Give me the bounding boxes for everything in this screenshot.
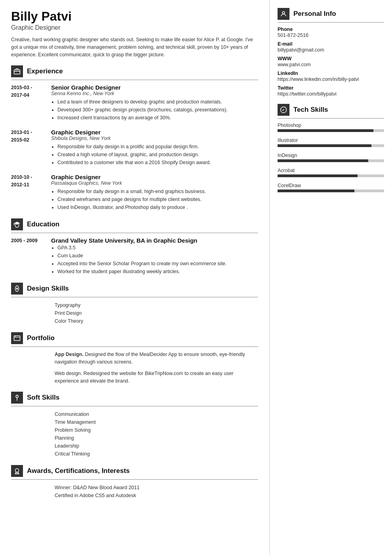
exp-company: Shibula Designs, New York	[51, 136, 258, 141]
edu-bullet: Cum Laude	[57, 252, 258, 260]
design-skills-title: Design Skills	[27, 285, 69, 293]
tech-skill-bar-container: Illustrator	[278, 138, 384, 147]
portfolio-entry: App Design. Designed the flow of the Mea…	[55, 351, 258, 366]
experience-title: Experience	[27, 67, 63, 75]
education-title: Education	[27, 220, 59, 228]
tech-skill-bar-bg	[278, 159, 384, 162]
exp-bullets: Responsible for daily design in a prolif…	[51, 143, 258, 166]
personal-info-phone: 501-872-2516	[278, 33, 384, 38]
resume-header: Billy Patvi Graphic Designer	[11, 10, 258, 31]
tech-skill-bar-bg	[278, 189, 384, 192]
experience-entry: 2013-01 - 2015-02Graphic DesignerShibula…	[11, 129, 258, 166]
tech-skill-bar-bg	[278, 129, 384, 132]
summary-text: Creative, hard working graphic designer …	[11, 36, 258, 58]
experience-list: 2015-03 - 2017-04Senior Graphic Designer…	[11, 84, 258, 211]
personal-info-www-label: WWW	[278, 56, 384, 61]
exp-bullets: Led a team of three designers to develop…	[51, 98, 258, 122]
portfolio-header: Portfolio	[11, 332, 258, 344]
design-skills-section: Design Skills TypographyPrint DesignColo…	[11, 283, 258, 325]
portfolio-list: App Design. Designed the flow of the Mea…	[11, 351, 258, 385]
candidate-title: Graphic Designer	[11, 24, 258, 31]
tech-skill-bar-fill	[278, 144, 371, 147]
exp-dates: 2010-10 - 2012-11	[11, 174, 45, 211]
exp-bullet: Responsible for daily design in a small,…	[57, 188, 258, 195]
exp-dates: 2013-01 - 2015-02	[11, 129, 45, 166]
exp-job-title: Graphic Designer	[51, 174, 258, 180]
tech-skill-label: Acrobat	[278, 168, 384, 173]
award-item: Winner: D&AD New Blood Award 2011	[55, 484, 258, 492]
design-skills-icon	[11, 283, 23, 295]
soft-skill-item: Leadership	[55, 442, 258, 450]
exp-bullet: Responsible for daily design in a prolif…	[57, 143, 258, 151]
design-skills-header: Design Skills	[11, 283, 258, 295]
exp-job-title: Senior Graphic Designer	[51, 84, 258, 91]
portfolio-section: Portfolio App Design. Designed the flow …	[11, 332, 258, 385]
tech-skill-label: Illustrator	[278, 138, 384, 143]
edu-bullet: Accepted into the Senior Scholar Program…	[57, 260, 258, 268]
edu-bullets: GPA 3.5Cum LaudeAccepted into the Senior…	[51, 244, 258, 276]
soft-skill-item: Planning	[55, 434, 258, 442]
personal-info-phone-label: Phone	[278, 27, 384, 32]
edu-bullet: GPA 3.5	[57, 244, 258, 252]
svg-point-11	[282, 11, 285, 14]
svg-rect-0	[14, 70, 20, 75]
tech-skill-bar-fill	[278, 129, 373, 132]
education-icon	[11, 218, 23, 230]
education-entry: 2005 - 2009Grand Valley State University…	[11, 237, 258, 276]
soft-skills-icon	[11, 392, 23, 404]
exp-details: Graphic DesignerPassalaqua Graphics, New…	[51, 174, 258, 211]
exp-dates: 2015-03 - 2017-04	[11, 84, 45, 122]
personal-info-icon	[278, 8, 289, 20]
personal-info-linkedin: https://www.linkedin.com/in/billy-patvi	[278, 77, 384, 82]
education-list: 2005 - 2009Grand Valley State University…	[11, 237, 258, 276]
awards-icon	[11, 465, 23, 477]
exp-bullet: Created wireframes and page designs for …	[57, 195, 258, 203]
design-skill-item: Color Theory	[55, 317, 258, 325]
experience-header: Experience	[11, 65, 258, 77]
portfolio-title: Portfolio	[27, 334, 55, 342]
exp-details: Senior Graphic DesignerSenna Kenno Inc.,…	[51, 84, 258, 122]
portfolio-icon	[11, 332, 23, 344]
svg-rect-3	[14, 336, 20, 341]
exp-details: Graphic DesignerShibula Designs, New Yor…	[51, 129, 258, 166]
education-header: Education	[11, 218, 258, 230]
personal-info-email: billypatvi@gmail.com	[278, 47, 384, 53]
soft-skills-header: Soft Skills	[11, 392, 258, 404]
tech-skill-label: InDesign	[278, 153, 384, 158]
edu-details: Grand Valley State University, BA in Gra…	[51, 237, 258, 276]
personal-info-section: Personal Info Phone 501-872-2516 E-mail …	[278, 8, 384, 97]
exp-company: Senna Kenno Inc., New York	[51, 91, 258, 96]
edu-dates: 2005 - 2009	[11, 237, 45, 276]
soft-skill-item: Communication	[55, 410, 258, 418]
candidate-name: Billy Patvi	[11, 10, 258, 23]
exp-job-title: Graphic Designer	[51, 129, 258, 136]
education-section: Education 2005 - 2009Grand Valley State …	[11, 218, 258, 276]
tech-skill-bar-fill	[278, 174, 358, 177]
personal-info-twitter-label: Twitter	[278, 85, 384, 91]
tech-skill-bar-container: Photoshop	[278, 122, 384, 132]
personal-info-www: www.patvi.com	[278, 62, 384, 67]
design-skill-list: TypographyPrint DesignColor Theory	[55, 301, 258, 325]
personal-info-email-label: E-mail	[278, 41, 384, 47]
tech-skill-bars: PhotoshopIllustratorInDesignAcrobatCorel…	[278, 122, 384, 192]
tech-skill-bar-container: Acrobat	[278, 168, 384, 177]
design-skill-item: Typography	[55, 301, 258, 309]
tech-skills-header: Tech Skills	[278, 104, 384, 116]
soft-skills-title: Soft Skills	[27, 394, 59, 402]
exp-bullet: Developed 300+ graphic design projects (…	[57, 106, 258, 114]
soft-skill-list: CommunicationTime ManagementProblem Solv…	[55, 410, 258, 458]
edu-school: Grand Valley State University, BA in Gra…	[51, 237, 258, 244]
tech-skill-bar-bg	[278, 174, 384, 177]
awards-title: Awards, Certifications, Interests	[27, 467, 130, 475]
exp-company: Passalaqua Graphics, New York	[51, 180, 258, 186]
edu-bullet: Worked for the student paper illustratin…	[57, 268, 258, 276]
soft-skills-section: Soft Skills CommunicationTime Management…	[11, 392, 258, 458]
svg-point-9	[15, 469, 19, 472]
tech-skills-title: Tech Skills	[293, 106, 328, 114]
soft-skill-item: Critical Thinking	[55, 450, 258, 458]
experience-section: Experience 2015-03 - 2017-04Senior Graph…	[11, 65, 258, 211]
tech-skill-bar-container: InDesign	[278, 153, 384, 162]
tech-skills-icon	[278, 104, 289, 116]
tech-skill-bar-bg	[278, 144, 384, 147]
exp-bullets: Responsible for daily design in a small,…	[51, 188, 258, 211]
